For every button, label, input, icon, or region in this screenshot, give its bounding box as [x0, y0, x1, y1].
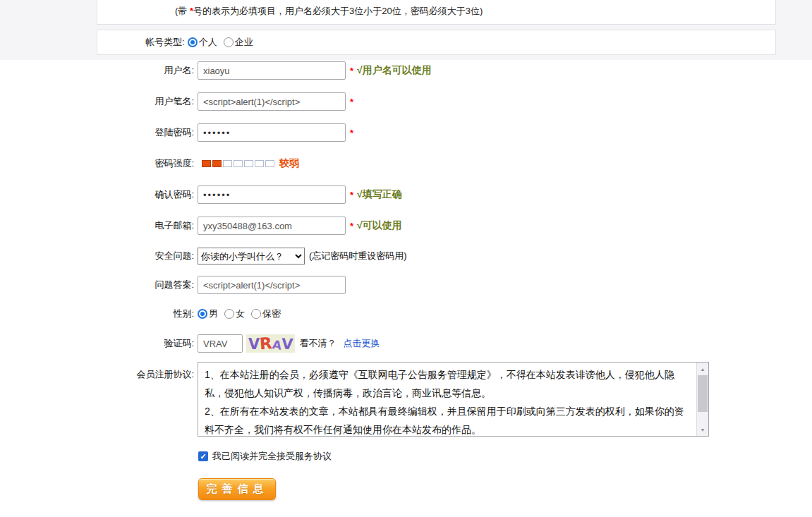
submit-button[interactable]: 完善信息 — [198, 478, 276, 500]
captcha-blur-text: 看不清？ — [299, 337, 336, 350]
notice-suffix: 号的表示为必填项目，用户名必须大于3位小于20位，密码必须大于3位) — [193, 6, 483, 16]
confirm-password-label: 确认密码: — [0, 188, 194, 201]
radio-personal-label[interactable]: 个人 — [199, 36, 217, 49]
password-required-star: * — [350, 128, 353, 138]
gender-option-secret[interactable]: 保密 — [251, 308, 281, 320]
username-label: 用户名: — [0, 64, 194, 77]
strength-segment — [212, 160, 222, 167]
agreement-row: 会员注册协议: 1、在本站注册的会员，必须遵守《互联网电子公告服务管理规定》，不… — [0, 362, 812, 437]
radio-male-label[interactable]: 男 — [209, 308, 218, 320]
gender-label: 性别: — [0, 308, 194, 320]
strength-segment — [223, 160, 232, 167]
username-input[interactable] — [198, 61, 346, 80]
confirm-password-input[interactable] — [198, 185, 346, 204]
captcha-letter: V — [281, 337, 293, 353]
account-type-option-enterprise[interactable]: 企业 — [224, 36, 253, 49]
radio-secret[interactable] — [251, 309, 261, 319]
notice-prefix: (带 — [175, 6, 190, 16]
radio-enterprise[interactable] — [224, 37, 234, 47]
captcha-letter: R — [259, 335, 272, 352]
answer-row: 问题答案: — [0, 275, 812, 295]
captcha-letter: V — [248, 337, 260, 352]
email-row: 电子邮箱: * √可以使用 — [0, 216, 812, 236]
answer-label: 问题答案: — [0, 279, 194, 291]
username-required-star: * — [350, 66, 353, 76]
strength-meter — [202, 160, 274, 167]
email-label: 电子邮箱: — [0, 219, 194, 232]
check-icon: ✓ — [200, 452, 206, 461]
radio-enterprise-label[interactable]: 企业 — [235, 36, 253, 49]
security-question-label: 安全问题: — [0, 250, 194, 262]
security-question-row: 安全问题: 你读的小学叫什么？ (忘记密码时重设密码用) — [0, 246, 812, 266]
radio-female-label[interactable]: 女 — [236, 308, 245, 320]
pen-name-input[interactable] — [198, 92, 346, 111]
gender-option-male[interactable]: 男 — [198, 308, 218, 320]
captcha-image[interactable]: V R A V — [246, 334, 295, 353]
accept-terms-label[interactable]: 我已阅读并完全接受服务协议 — [212, 450, 332, 463]
required-notice: (带 *号的表示为必填项目，用户名必须大于3位小于20位，密码必须大于3位) — [175, 5, 483, 18]
captcha-input[interactable] — [198, 334, 243, 353]
agreement-textarea[interactable]: 1、在本站注册的会员，必须遵守《互联网电子公告服务管理规定》，不得在本站发表诽谤… — [198, 362, 709, 437]
radio-male[interactable] — [198, 309, 207, 319]
strength-segment — [244, 160, 253, 167]
gender-row: 性别: 男 女 保密 — [0, 304, 812, 324]
gender-option-female[interactable]: 女 — [224, 308, 245, 320]
scroll-down-icon[interactable]: ▼ — [697, 424, 708, 435]
confirm-password-required-star: * — [350, 190, 353, 200]
captcha-refresh-link[interactable]: 点击更换 — [343, 337, 380, 350]
scroll-up-icon[interactable]: ▲ — [697, 363, 708, 375]
email-validation-message: √可以使用 — [357, 219, 402, 232]
password-strength-row: 密码强度: 较弱 — [0, 154, 812, 174]
strength-segment — [202, 160, 211, 167]
agreement-label: 会员注册协议: — [0, 362, 194, 383]
username-validation-message: √用户名可以使用 — [357, 64, 432, 77]
scrollbar-thumb[interactable] — [698, 375, 708, 412]
pen-name-row: 用户笔名: * — [0, 92, 812, 111]
radio-secret-label[interactable]: 保密 — [262, 308, 281, 320]
security-question-hint: (忘记密码时重设密码用) — [309, 250, 407, 262]
security-question-select[interactable]: 你读的小学叫什么？ — [198, 248, 305, 264]
notice-panel: (带 *号的表示为必填项目，用户名必须大于3位小于20位，密码必须大于3位) — [97, 0, 776, 25]
email-required-star: * — [350, 221, 353, 231]
accept-terms-checkbox[interactable]: ✓ — [198, 451, 208, 461]
accept-terms-row[interactable]: ✓ 我已阅读并完全接受服务协议 — [198, 450, 332, 463]
radio-personal[interactable] — [188, 37, 198, 47]
pen-name-label: 用户笔名: — [0, 95, 194, 108]
account-type-option-personal[interactable]: 个人 — [188, 36, 217, 49]
pen-name-required-star: * — [350, 97, 353, 107]
account-type-label: 帐号类型: — [145, 36, 185, 49]
answer-input[interactable] — [198, 276, 346, 294]
strength-segment — [265, 160, 274, 167]
captcha-label: 验证码: — [0, 337, 194, 350]
confirm-password-row: 确认密码: * √填写正确 — [0, 185, 812, 205]
agreement-scrollbar[interactable]: ▲ ▼ — [696, 363, 708, 436]
captcha-row: 验证码: V R A V 看不清？ 点击更换 — [0, 334, 812, 353]
password-strength-label: 密码强度: — [0, 157, 194, 170]
registration-page: (带 *号的表示为必填项目，用户名必须大于3位小于20位，密码必须大于3位) 帐… — [0, 0, 812, 517]
password-row: 登陆密码: * — [0, 123, 812, 142]
username-row: 用户名: * √用户名可以使用 — [0, 61, 812, 80]
strength-segment — [255, 160, 264, 167]
radio-female[interactable] — [224, 309, 234, 319]
strength-segment — [234, 160, 243, 167]
agreement-text: 1、在本站注册的会员，必须遵守《互联网电子公告服务管理规定》，不得在本站发表诽谤… — [198, 363, 696, 437]
password-label: 登陆密码: — [0, 126, 194, 139]
strength-level-text: 较弱 — [279, 157, 299, 170]
confirm-password-validation-message: √填写正确 — [357, 188, 402, 201]
email-input[interactable] — [198, 217, 346, 235]
account-type-panel: 帐号类型: 个人 企业 — [97, 30, 776, 55]
password-input[interactable] — [198, 123, 346, 142]
